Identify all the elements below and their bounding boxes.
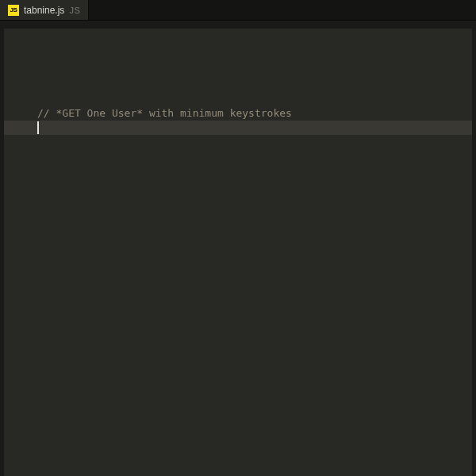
tab-bar: JS tabnine.js JS xyxy=(0,0,476,21)
javascript-file-icon: JS xyxy=(8,5,19,16)
tab-filename: tabnine.js xyxy=(24,5,64,16)
code-line: // *GET One User* with minimum keystroke… xyxy=(4,106,472,121)
tab-language-badge: JS xyxy=(69,6,80,15)
comment-text: // *GET One User* with minimum keystroke… xyxy=(37,107,292,119)
file-tab[interactable]: JS tabnine.js JS xyxy=(0,0,89,20)
current-line xyxy=(4,121,472,135)
text-cursor xyxy=(37,121,39,134)
code-editor[interactable]: // *GET One User* with minimum keystroke… xyxy=(4,29,472,476)
